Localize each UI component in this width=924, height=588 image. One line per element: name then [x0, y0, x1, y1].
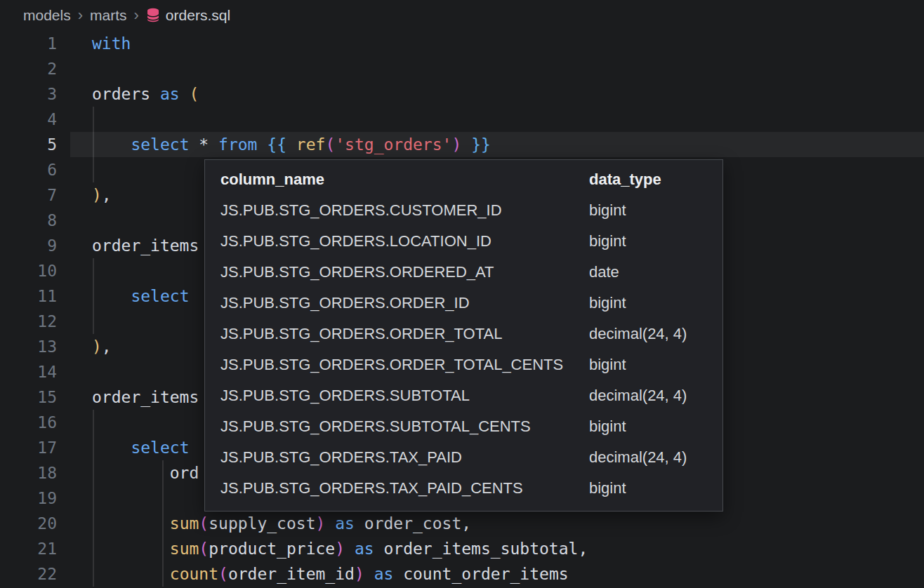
code-line-text[interactable]: orders as (	[92, 81, 199, 107]
column-name-cell: JS.PUB.STG_ORDERS.TAX_PAID	[220, 448, 589, 467]
line-number: 3	[0, 81, 57, 107]
database-icon	[146, 8, 160, 23]
line-number: 11	[0, 283, 57, 309]
code-line-text[interactable]: ord	[92, 460, 199, 486]
data-type-cell: bigint	[589, 201, 722, 220]
column-name-cell: JS.PUB.STG_ORDERS.ORDER_TOTAL	[220, 325, 589, 343]
line-number: 20	[0, 511, 57, 536]
code-line-text[interactable]: sum(supply_cost) as order_cost,	[92, 511, 471, 536]
indent-guide	[162, 486, 164, 511]
popup-row: JS.PUB.STG_ORDERS.ORDERED_ATdate	[205, 257, 722, 288]
data-type-cell: decimal(24, 4)	[589, 387, 722, 405]
popup-header-row: column_namedata_type	[205, 164, 722, 195]
code-line-text[interactable]: order_items	[92, 385, 199, 410]
line-number: 9	[0, 233, 57, 258]
code-line-text[interactable]: count(order_item_id) as count_order_item…	[92, 561, 569, 587]
code-line-text[interactable]: with	[92, 31, 131, 56]
line-number: 7	[0, 182, 57, 208]
line-number: 10	[0, 258, 57, 283]
popup-row: JS.PUB.STG_ORDERS.CUSTOMER_IDbigint	[205, 195, 722, 226]
popup-row: JS.PUB.STG_ORDERS.ORDER_TOTALdecimal(24,…	[205, 319, 722, 349]
breadcrumb-item-models[interactable]: models	[23, 7, 71, 24]
data-type-cell: bigint	[589, 479, 722, 497]
code-line-text[interactable]: select * from {{ ref('stg_orders') }}	[92, 132, 491, 157]
popup-row: JS.PUB.STG_ORDERS.ORDER_IDbigint	[205, 288, 722, 319]
column-info-popup: column_namedata_typeJS.PUB.STG_ORDERS.CU…	[204, 159, 723, 512]
line-number: 12	[0, 309, 57, 334]
code-line: 4	[0, 107, 924, 132]
code-line-text[interactable]: ),	[92, 334, 112, 359]
breadcrumb-separator: ›	[77, 8, 84, 23]
popup-row: JS.PUB.STG_ORDERS.TAX_PAIDdecimal(24, 4)	[205, 442, 722, 473]
column-name-cell: JS.PUB.STG_ORDERS.LOCATION_ID	[220, 232, 589, 250]
line-number: 13	[0, 334, 57, 359]
line-number: 5	[0, 132, 57, 157]
indent-guide	[93, 157, 94, 182]
data-type-cell: bigint	[589, 356, 722, 374]
code-line-text[interactable]: ),	[92, 182, 112, 208]
line-number: 2	[0, 56, 57, 81]
line-number: 4	[0, 107, 57, 132]
popup-row: JS.PUB.STG_ORDERS.ORDER_TOTAL_CENTSbigin…	[205, 349, 722, 380]
indent-guide	[93, 486, 94, 511]
line-number: 21	[0, 536, 57, 561]
code-line-text[interactable]: order_items	[92, 233, 199, 258]
line-number: 17	[0, 435, 57, 460]
popup-row: JS.PUB.STG_ORDERS.TAX_PAID_CENTSbigint	[205, 473, 722, 504]
data-type-cell: bigint	[589, 294, 722, 312]
code-line-text[interactable]: select	[92, 435, 189, 460]
breadcrumb-item-orders-sql[interactable]: orders.sql	[166, 7, 230, 24]
column-name-cell: JS.PUB.STG_ORDERS.SUBTOTAL	[220, 387, 589, 405]
indent-guide	[93, 309, 94, 334]
code-line: 2	[0, 56, 924, 81]
data-type-cell: decimal(24, 4)	[589, 325, 722, 343]
breadcrumb: models›marts›orders.sql	[0, 0, 924, 31]
data-type-header: data_type	[589, 171, 722, 189]
indent-guide	[93, 258, 94, 283]
popup-row: JS.PUB.STG_ORDERS.LOCATION_IDbigint	[205, 226, 722, 257]
data-type-cell: decimal(24, 4)	[589, 448, 722, 467]
breadcrumb-item-marts[interactable]: marts	[90, 7, 127, 24]
code-line-text[interactable]: sum(product_price) as order_items_subtot…	[92, 536, 588, 561]
indent-guide	[93, 107, 94, 132]
line-number: 19	[0, 486, 57, 511]
code-line: 21 sum(product_price) as order_items_sub…	[0, 536, 924, 561]
column-name-cell: JS.PUB.STG_ORDERS.ORDER_TOTAL_CENTS	[220, 356, 589, 374]
popup-row: JS.PUB.STG_ORDERS.SUBTOTALdecimal(24, 4)	[205, 380, 722, 411]
code-line: 3orders as (	[0, 81, 924, 107]
line-number: 16	[0, 410, 57, 435]
indent-guide	[93, 410, 94, 435]
line-number: 15	[0, 385, 57, 410]
code-line: 1with	[0, 31, 924, 56]
data-type-cell: bigint	[589, 417, 722, 436]
code-line: 5 select * from {{ ref('stg_orders') }}	[0, 132, 924, 157]
column-name-cell: JS.PUB.STG_ORDERS.TAX_PAID_CENTS	[220, 479, 589, 497]
line-number: 18	[0, 460, 57, 486]
breadcrumb-separator: ›	[133, 8, 140, 23]
column-name-cell: JS.PUB.STG_ORDERS.SUBTOTAL_CENTS	[220, 417, 589, 436]
line-number: 6	[0, 157, 57, 182]
column-name-cell: JS.PUB.STG_ORDERS.CUSTOMER_ID	[220, 201, 589, 220]
column-name-header: column_name	[220, 171, 589, 189]
line-number: 22	[0, 561, 57, 587]
line-number: 1	[0, 31, 57, 56]
column-name-cell: JS.PUB.STG_ORDERS.ORDERED_AT	[220, 263, 589, 281]
line-number: 14	[0, 359, 57, 385]
line-number: 8	[0, 208, 57, 233]
code-line-text[interactable]: select	[92, 283, 189, 309]
data-type-cell: bigint	[589, 232, 722, 250]
code-line: 20 sum(supply_cost) as order_cost,	[0, 511, 924, 536]
code-line: 22 count(order_item_id) as count_order_i…	[0, 561, 924, 587]
column-name-cell: JS.PUB.STG_ORDERS.ORDER_ID	[220, 294, 589, 312]
data-type-cell: date	[589, 263, 722, 281]
popup-row: JS.PUB.STG_ORDERS.SUBTOTAL_CENTSbigint	[205, 411, 722, 442]
